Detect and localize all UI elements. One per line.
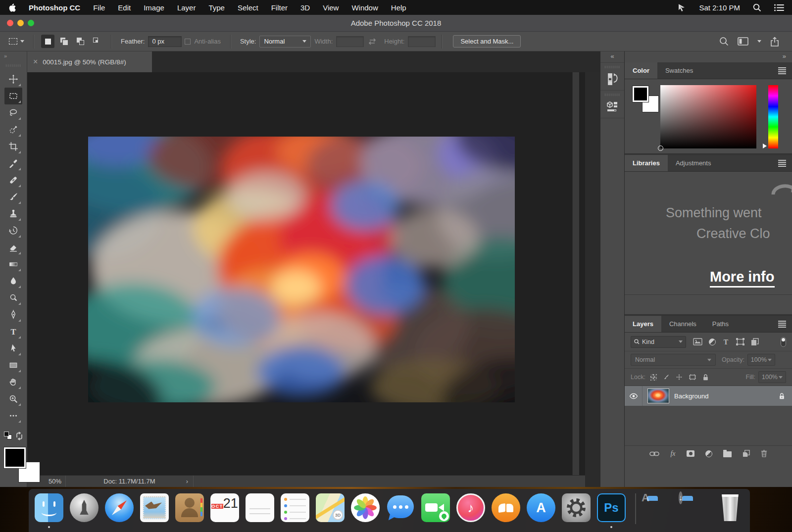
dock-calendar[interactable]: OCT21 — [210, 493, 239, 522]
menu-3d[interactable]: 3D — [300, 3, 310, 12]
dock-ibooks[interactable] — [492, 493, 520, 522]
menu-app-name[interactable]: Photoshop CC — [29, 3, 80, 12]
dock-downloads-folder[interactable]: ↓ — [681, 493, 709, 522]
lock-artboard-icon[interactable] — [689, 374, 696, 381]
layer-thumbnail[interactable] — [647, 388, 669, 403]
collapse-panels-control[interactable]: « — [600, 51, 624, 62]
menu-window[interactable]: Window — [351, 3, 378, 12]
panel-menu-icon[interactable] — [778, 67, 792, 74]
document-sizes[interactable]: Doc: 11.7M/11.7M › — [66, 476, 194, 487]
tool-eraser[interactable] — [4, 239, 22, 256]
link-layers-icon[interactable] — [649, 451, 659, 457]
color-panel-foreground-swatch[interactable] — [633, 86, 648, 102]
delete-layer-icon[interactable] — [761, 450, 767, 457]
tool-history-brush[interactable] — [4, 222, 22, 239]
tool-type[interactable]: T — [4, 323, 22, 340]
tab-layers[interactable]: Layers — [625, 316, 661, 332]
tool-blur[interactable] — [4, 273, 22, 290]
add-layer-mask-icon[interactable] — [687, 450, 694, 457]
dock-safari[interactable] — [105, 493, 134, 522]
dock-itunes[interactable]: ♪ — [456, 493, 485, 522]
tab-paths[interactable]: Paths — [704, 316, 737, 332]
tool-rectangle-shape[interactable] — [4, 357, 22, 374]
menu-layer[interactable]: Layer — [177, 3, 196, 12]
new-adjustment-layer-icon[interactable] — [705, 450, 712, 457]
dock-app-store[interactable]: A — [527, 493, 555, 522]
hue-ramp[interactable] — [768, 85, 778, 148]
canvas-area[interactable] — [27, 72, 585, 475]
menu-select[interactable]: Select — [238, 3, 258, 12]
status-chevron-icon[interactable]: › — [186, 478, 188, 485]
layer-name[interactable]: Background — [674, 392, 779, 400]
pointer-menu-extra-icon[interactable] — [677, 3, 686, 12]
document-image-color-explosion[interactable] — [88, 137, 515, 402]
dock-system-preferences[interactable] — [562, 493, 591, 522]
saturation-brightness-field[interactable] — [660, 85, 756, 148]
close-document-icon[interactable]: × — [33, 58, 38, 66]
dock-maps[interactable]: 3D — [316, 493, 345, 522]
chevron-down-icon[interactable] — [757, 40, 761, 43]
search-icon[interactable] — [719, 37, 729, 46]
add-to-selection-button[interactable] — [57, 35, 71, 48]
tab-channels[interactable]: Channels — [661, 316, 704, 332]
blend-mode-select[interactable]: Normal — [631, 354, 716, 366]
tool-zoom[interactable] — [4, 390, 22, 407]
filter-type-layers-icon[interactable]: T — [722, 338, 730, 345]
zoom-window-button[interactable] — [28, 20, 34, 26]
tool-crop[interactable] — [4, 138, 22, 155]
more-info-link[interactable]: More info — [710, 269, 775, 288]
vertical-scrollbar[interactable] — [572, 72, 579, 475]
dock-contacts[interactable] — [175, 493, 204, 522]
dock-photoshop[interactable]: Ps — [597, 493, 626, 522]
tool-quick-selection[interactable] — [4, 121, 22, 138]
tool-gradient[interactable] — [4, 256, 22, 273]
lock-transparency-icon[interactable] — [650, 374, 657, 381]
notification-center-icon[interactable] — [774, 4, 784, 11]
tool-pen[interactable] — [4, 306, 22, 323]
tool-hand[interactable] — [4, 374, 22, 390]
dock-trash[interactable] — [716, 493, 744, 522]
menu-type[interactable]: Type — [208, 3, 225, 12]
dock-reminders[interactable] — [281, 493, 309, 522]
filter-shape-layers-icon[interactable] — [736, 338, 744, 345]
new-group-icon[interactable] — [723, 451, 732, 457]
tab-color[interactable]: Color — [625, 62, 657, 79]
select-and-mask-button[interactable]: Select and Mask... — [453, 35, 521, 48]
apple-menu[interactable] — [8, 3, 16, 12]
panel-menu-icon[interactable] — [778, 160, 792, 167]
intersect-selection-button[interactable] — [90, 35, 103, 48]
workspace-switcher-icon[interactable] — [738, 37, 748, 46]
anti-alias-checkbox[interactable] — [185, 39, 191, 45]
style-select[interactable]: Normal — [259, 36, 311, 48]
menu-edit[interactable]: Edit — [118, 3, 131, 12]
filter-kind-select[interactable]: Kind — [631, 336, 686, 348]
dock-finder[interactable] — [35, 493, 63, 522]
color-cursor[interactable] — [658, 145, 663, 151]
minimize-window-button[interactable] — [17, 20, 24, 26]
foreground-color-swatch[interactable] — [4, 447, 26, 468]
dock-photos[interactable] — [351, 493, 380, 522]
tool-clone-stamp[interactable] — [4, 205, 22, 222]
panel-menu-icon[interactable] — [778, 321, 792, 328]
lock-position-icon[interactable] — [676, 374, 683, 381]
dock-facetime[interactable] — [421, 493, 450, 522]
tab-swatches[interactable]: Swatches — [657, 62, 701, 79]
menu-view[interactable]: View — [323, 3, 339, 12]
lock-all-icon[interactable] — [702, 374, 709, 381]
hue-slider-arrow[interactable] — [763, 144, 767, 148]
filter-adjustment-layers-icon[interactable] — [709, 339, 716, 345]
dock-notes[interactable] — [246, 493, 274, 522]
tool-brush[interactable] — [4, 189, 22, 205]
default-colors-icon[interactable] — [4, 432, 12, 439]
tool-dodge[interactable] — [4, 290, 22, 306]
dock-launchpad[interactable] — [70, 493, 99, 522]
layer-row-background[interactable]: Background — [625, 386, 792, 406]
tool-eyedropper[interactable] — [4, 155, 22, 172]
toolbar-expand[interactable]: » — [0, 51, 27, 63]
tool-preset-picker[interactable] — [6, 38, 27, 45]
tool-path-selection[interactable] — [4, 340, 22, 357]
new-selection-button[interactable] — [41, 35, 54, 48]
toolbar-grip[interactable] — [6, 64, 21, 67]
filter-smart-objects-icon[interactable] — [751, 338, 759, 346]
tab-adjustments[interactable]: Adjustments — [668, 155, 719, 171]
